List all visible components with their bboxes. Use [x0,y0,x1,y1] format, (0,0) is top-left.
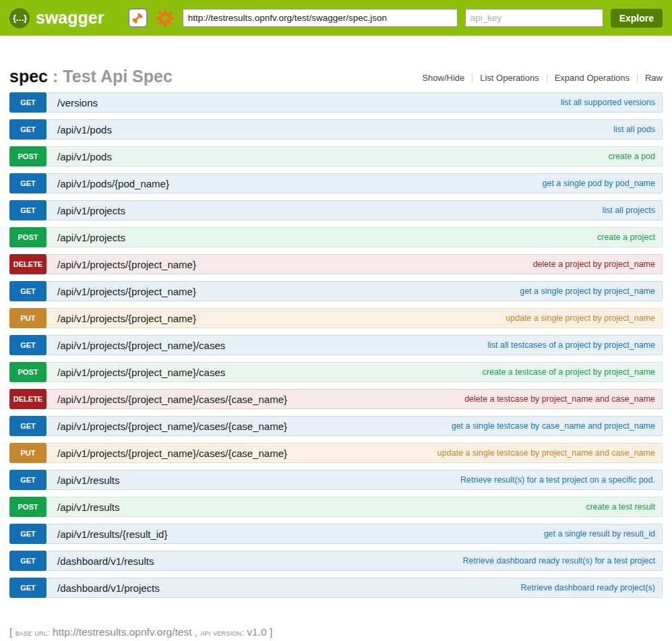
api-version-value: v1.0 [247,626,266,638]
footer-bracket-open: [ [9,626,12,638]
operation-row[interactable]: GET /api/v1/projects/{project_name} get … [9,281,663,301]
action-show-hide[interactable]: Show/Hide [415,73,472,83]
method-badge: PUT [9,308,47,328]
swagger-logo[interactable]: {…} swagger [9,8,104,28]
method-badge: POST [9,227,47,247]
operation-summary[interactable]: get a single result by result_id [544,529,655,539]
operation-row[interactable]: GET /versions list all supported version… [9,92,663,113]
operation-summary[interactable]: create a test result [586,502,655,512]
operation-summary[interactable]: Retrieve dashboard ready result(s) for a… [462,556,655,566]
operation-summary[interactable]: get a single testcase by case_name and p… [452,421,655,431]
api-key-input[interactable] [465,9,603,27]
operation-summary[interactable]: Retrieve result(s) for a test project on… [460,475,655,485]
operation-summary[interactable]: list all projects [603,206,656,215]
operation-path[interactable]: /api/v1/projects/{project_name} [57,313,196,324]
operation-summary[interactable]: get a single pod by pod_name [543,179,656,188]
resource-name[interactable]: spec [9,67,48,86]
operation-row[interactable]: GET /api/v1/results Retrieve result(s) f… [9,470,663,490]
operation-path[interactable]: /dashboard/v1/results [57,555,154,567]
operation-path[interactable]: /api/v1/pods [57,124,112,135]
operation-path[interactable]: /api/v1/projects/{project_name} [57,286,196,297]
operation-row[interactable]: GET /dashboard/v1/results Retrieve dashb… [9,551,663,571]
method-badge: POST [9,146,47,166]
operation-row[interactable]: POST /api/v1/projects create a project [9,227,663,247]
operation-row[interactable]: GET /api/v1/projects/{project_name}/case… [9,416,663,436]
method-badge: GET [9,551,47,571]
topbar-tools: Explore [128,8,663,28]
operation-summary[interactable]: delete a testcase by project_name and ca… [464,394,655,404]
operation-summary[interactable]: delete a project by project_name [533,260,655,269]
gear-heart-button[interactable] [155,8,175,28]
operation-row[interactable]: POST /api/v1/results create a test resul… [9,497,663,517]
operation-summary[interactable]: update a single project by project_name [506,313,655,323]
operation-path[interactable]: /api/v1/pods/{pod_name} [57,178,169,189]
operation-summary[interactable]: list all pods [613,125,655,134]
operation-row[interactable]: GET /api/v1/pods/{pod_name} get a single… [9,173,663,193]
operation-summary[interactable]: list all testcases of a project by proje… [487,340,655,350]
resource-description: Test Api Spec [63,67,173,86]
api-version-label: api version: [200,628,244,638]
operation-summary[interactable]: Retrieve dashboard ready project(s) [521,583,655,592]
operation-row[interactable]: GET /api/v1/projects/{project_name}/case… [9,335,663,355]
action-expand-operations[interactable]: Expand Operations [547,73,637,83]
base-url-value: http://testresults.opnfv.org/test [53,626,191,638]
page: {…} swagger [0,0,672,641]
method-badge: PUT [9,443,47,463]
operation-path[interactable]: /api/v1/pods [57,151,112,162]
operation-row[interactable]: POST /api/v1/pods create a pod [9,146,663,166]
operation-path[interactable]: /api/v1/projects/{project_name}/cases/{c… [57,394,287,405]
method-badge: GET [9,200,47,220]
operation-row[interactable]: GET /api/v1/projects list all projects [9,200,663,220]
operations-list: GET /versions list all supported version… [0,92,672,598]
operation-summary[interactable]: get a single project by project_name [520,286,655,296]
operation-row[interactable]: PUT /api/v1/projects/{project_name} upda… [9,308,663,328]
operation-path[interactable]: /dashboard/v1/projects [57,582,160,594]
top-bar: {…} swagger [0,0,672,36]
base-url-label: base url: [16,628,50,638]
operation-summary[interactable]: create a pod [609,152,656,161]
method-badge: GET [9,281,47,301]
bone-button[interactable] [128,8,148,28]
operation-path[interactable]: /api/v1/projects/{project_name}/cases [57,340,225,351]
operation-row[interactable]: POST /api/v1/projects/{project_name}/cas… [9,362,663,382]
operation-summary[interactable]: list all supported versions [561,98,655,107]
operation-row[interactable]: GET /dashboard/v1/projects Retrieve dash… [9,578,663,598]
base-url-footer: [ base url: http://testresults.opnfv.org… [9,626,663,638]
method-badge: GET [9,578,47,598]
operation-row[interactable]: DELETE /api/v1/projects/{project_name}/c… [9,389,663,409]
method-badge: GET [9,92,47,113]
gear-heart-icon [156,9,175,28]
operation-path[interactable]: /api/v1/projects/{project_name}/cases [57,367,225,378]
explore-button[interactable]: Explore [611,9,663,28]
method-badge: GET [9,335,47,355]
operation-path[interactable]: /api/v1/results [57,501,120,513]
operation-path[interactable]: /api/v1/projects/{project_name} [57,259,196,270]
bone-icon [130,11,145,26]
operation-path[interactable]: /api/v1/results [57,475,120,486]
operation-summary[interactable]: update a single testcase by project_name… [437,448,655,458]
operation-path[interactable]: /api/v1/projects/{project_name}/cases/{c… [57,421,287,432]
operation-summary[interactable]: create a testcase of a project by projec… [483,367,655,377]
method-badge: GET [9,416,47,436]
footer-separator: , [195,626,197,638]
action-raw[interactable]: Raw [637,73,663,83]
method-badge: POST [9,497,47,517]
operation-path[interactable]: /versions [57,97,98,109]
spec-url-input[interactable] [183,9,458,27]
method-badge: GET [9,470,47,490]
operation-row[interactable]: GET /api/v1/results/{result_id} get a si… [9,524,663,544]
operation-path[interactable]: /api/v1/projects [57,232,125,243]
operation-path[interactable]: /api/v1/results/{result_id} [57,528,167,540]
swagger-logo-icon: {…} [9,8,30,28]
operation-row[interactable]: DELETE /api/v1/projects/{project_name} d… [9,254,663,274]
action-list-operations[interactable]: List Operations [472,73,546,83]
method-badge: DELETE [9,389,47,409]
method-badge: GET [9,119,47,140]
operation-path[interactable]: /api/v1/projects [57,205,125,216]
operation-path[interactable]: /api/v1/projects/{project_name}/cases/{c… [57,448,287,459]
method-badge: GET [9,173,47,193]
operation-summary[interactable]: create a project [597,233,655,242]
operation-row[interactable]: PUT /api/v1/projects/{project_name}/case… [9,443,663,463]
resource-header: spec : Test Api Spec Show/Hide List Oper… [9,67,663,86]
operation-row[interactable]: GET /api/v1/pods list all pods [9,119,663,140]
